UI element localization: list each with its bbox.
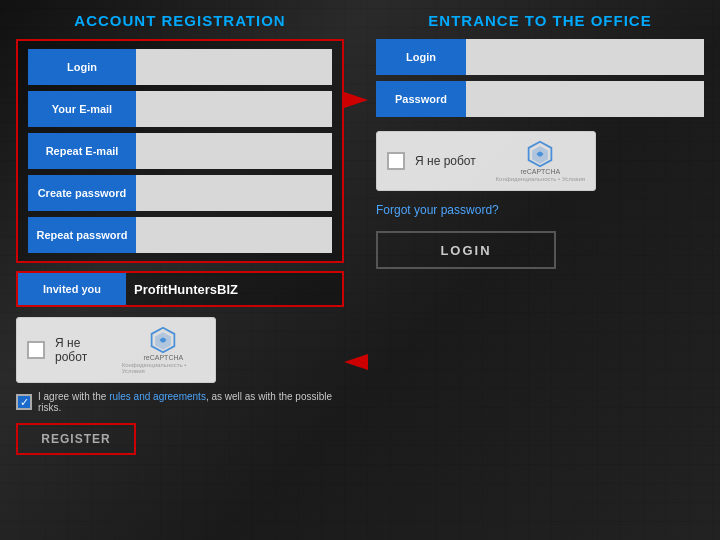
registration-panel: ACCOUNT REGISTRATION Login Your E-mail R… bbox=[0, 0, 360, 540]
invited-label: Invited you bbox=[18, 273, 126, 305]
repeat-password-input[interactable] bbox=[136, 217, 332, 253]
arrow-left-icon bbox=[344, 88, 368, 114]
email-input[interactable] bbox=[136, 91, 332, 127]
agree-row: ✓ I agree with the rules and agreements,… bbox=[16, 391, 344, 413]
agree-text: I agree with the rules and agreements, a… bbox=[38, 391, 344, 413]
agree-checkbox[interactable]: ✓ bbox=[16, 394, 32, 410]
captcha-text-left: Я не робот bbox=[55, 336, 112, 364]
login-label: Login bbox=[28, 49, 136, 85]
recaptcha-label-right: reCAPTCHA bbox=[520, 168, 560, 175]
forgot-password-link[interactable]: Forgot your password? bbox=[376, 203, 704, 217]
captcha-text-right: Я не робот bbox=[415, 154, 476, 168]
recaptcha-icon-left: reCAPTCHA Конфиденциальность • Условия bbox=[122, 326, 205, 374]
entrance-login-row: Login bbox=[376, 39, 704, 75]
rules-link[interactable]: rules and agreements bbox=[109, 391, 206, 402]
captcha-right[interactable]: Я не робот reCAPTCHA Конфиденциальность … bbox=[376, 131, 596, 191]
repeat-password-field-row: Repeat password bbox=[28, 217, 332, 253]
entrance-title: ENTRANCE TO THE OFFICE bbox=[376, 12, 704, 29]
arrow-right-icon bbox=[344, 350, 368, 376]
invited-section: Invited you ProfitHuntersBIZ bbox=[16, 271, 344, 307]
create-password-input[interactable] bbox=[136, 175, 332, 211]
entrance-login-label: Login bbox=[376, 39, 466, 75]
recaptcha-icon-right: reCAPTCHA Конфиденциальность • Условия bbox=[496, 140, 585, 182]
captcha-checkbox-left[interactable] bbox=[27, 341, 45, 359]
captcha-left[interactable]: Я не робот reCAPTCHA Конфиденциальность … bbox=[16, 317, 216, 383]
recaptcha-logo-right bbox=[526, 140, 554, 168]
repeat-email-input[interactable] bbox=[136, 133, 332, 169]
entrance-password-row: Password bbox=[376, 81, 704, 117]
login-input[interactable] bbox=[136, 49, 332, 85]
repeat-email-field-row: Repeat E-mail bbox=[28, 133, 332, 169]
svg-marker-1 bbox=[344, 354, 368, 370]
entrance-password-input[interactable] bbox=[466, 81, 704, 117]
entrance-panel: ENTRANCE TO THE OFFICE Login Password Я … bbox=[360, 0, 720, 540]
recaptcha-subtext-right: Конфиденциальность • Условия bbox=[496, 176, 585, 182]
recaptcha-logo-left bbox=[149, 326, 177, 354]
create-password-label: Create password bbox=[28, 175, 136, 211]
email-label: Your E-mail bbox=[28, 91, 136, 127]
create-password-field-row: Create password bbox=[28, 175, 332, 211]
invited-value: ProfitHuntersBIZ bbox=[126, 282, 342, 297]
registration-title: ACCOUNT REGISTRATION bbox=[16, 12, 344, 29]
entrance-login-input[interactable] bbox=[466, 39, 704, 75]
register-button[interactable]: REGISTER bbox=[16, 423, 136, 455]
recaptcha-subtext-left: Конфиденциальность • Условия bbox=[122, 362, 205, 374]
registration-form: Login Your E-mail Repeat E-mail Create p… bbox=[16, 39, 344, 263]
recaptcha-label-left: reCAPTCHA bbox=[143, 354, 183, 361]
repeat-email-label: Repeat E-mail bbox=[28, 133, 136, 169]
repeat-password-label: Repeat password bbox=[28, 217, 136, 253]
captcha-checkbox-right[interactable] bbox=[387, 152, 405, 170]
svg-marker-0 bbox=[344, 92, 368, 108]
entrance-password-label: Password bbox=[376, 81, 466, 117]
login-field-row: Login bbox=[28, 49, 332, 85]
email-field-row: Your E-mail bbox=[28, 91, 332, 127]
login-button[interactable]: LOGIN bbox=[376, 231, 556, 269]
checkmark-icon: ✓ bbox=[20, 397, 29, 408]
